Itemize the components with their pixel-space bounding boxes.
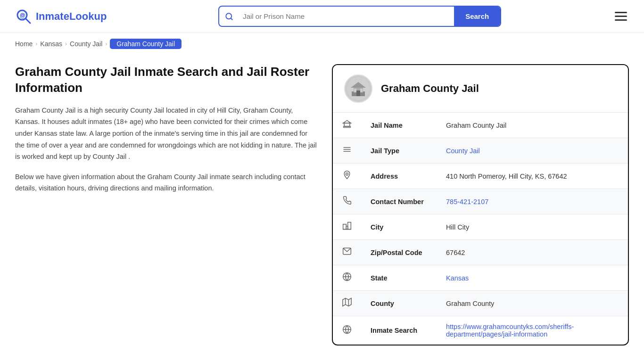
- row-value: Graham County: [437, 291, 628, 316]
- row-icon: [333, 240, 361, 265]
- row-label: County: [361, 291, 437, 316]
- row-value: 410 North Pomeroy, Hill City, KS, 67642: [437, 164, 628, 189]
- row-label: Jail Name: [361, 113, 437, 138]
- hamburger-line1: [615, 12, 627, 13]
- search-input[interactable]: [239, 8, 454, 25]
- logo-text: InmateLookup: [36, 10, 107, 23]
- table-value: 67642: [446, 249, 465, 256]
- row-icon: [333, 265, 361, 291]
- row-label: Jail Type: [361, 138, 437, 164]
- breadcrumb-chevron-1: ›: [35, 41, 37, 47]
- svg-marker-27: [343, 298, 351, 306]
- svg-line-1: [25, 18, 30, 23]
- row-icon: [333, 189, 361, 214]
- card-header: Graham County Jail: [333, 65, 628, 113]
- table-row: County Graham County: [333, 291, 628, 316]
- row-label: Address: [361, 164, 437, 189]
- table-value: 410 North Pomeroy, Hill City, KS, 67642: [446, 173, 567, 180]
- row-label: City: [361, 214, 437, 240]
- svg-rect-10: [356, 90, 360, 96]
- info-table: Jail Name Graham County Jail Jail Type C…: [333, 113, 628, 345]
- row-icon: [333, 138, 361, 164]
- table-row: Contact Number 785-421-2107: [333, 189, 628, 214]
- row-icon: [333, 164, 361, 189]
- row-value: County Jail: [437, 138, 628, 164]
- description-1: Graham County Jail is a high security Co…: [15, 105, 317, 163]
- table-value: Hill City: [446, 223, 469, 231]
- search-wrapper: Search: [218, 6, 501, 27]
- breadcrumb-current: Graham County Jail: [110, 39, 182, 49]
- table-row: City Hill City: [333, 214, 628, 240]
- table-value: Graham County Jail: [446, 122, 506, 129]
- row-value: https://www.grahamcountyks.com/sheriffs-…: [437, 316, 628, 345]
- card-title: Graham County Jail: [381, 82, 479, 95]
- svg-rect-20: [343, 224, 347, 230]
- row-icon: [333, 113, 361, 138]
- row-value: Kansas: [437, 265, 628, 291]
- jail-type-link[interactable]: County Jail: [446, 147, 480, 155]
- search-icon: [219, 12, 239, 21]
- page-title: Graham County Jail Inmate Search and Jai…: [15, 64, 317, 96]
- hamburger-line3: [615, 19, 627, 21]
- hamburger-menu[interactable]: [613, 10, 629, 23]
- breadcrumb-chevron-2: ›: [65, 41, 67, 47]
- table-row: Jail Name Graham County Jail: [333, 113, 628, 138]
- svg-line-5: [231, 18, 232, 19]
- table-row: State Kansas: [333, 265, 628, 291]
- breadcrumb: Home › Kansas › County Jail › Graham Cou…: [0, 33, 644, 55]
- svg-rect-22: [346, 226, 347, 230]
- breadcrumb-chevron-3: ›: [105, 41, 107, 47]
- info-card: Graham County Jail Jail Name Graham Coun…: [332, 64, 629, 346]
- right-column: Graham County Jail Jail Name Graham Coun…: [332, 64, 629, 346]
- description-2: Below we have given information about th…: [15, 171, 317, 194]
- table-row: Inmate Search https://www.grahamcountyks…: [333, 316, 628, 345]
- breadcrumb-state[interactable]: Kansas: [40, 40, 62, 48]
- svg-rect-11: [354, 89, 356, 92]
- row-label: Zip/Postal Code: [361, 240, 437, 265]
- search-area: Search: [218, 6, 501, 27]
- table-row: Address 410 North Pomeroy, Hill City, KS…: [333, 164, 628, 189]
- logo-icon: @: [15, 8, 32, 25]
- row-label: Inmate Search: [361, 316, 437, 345]
- breadcrumb-type[interactable]: County Jail: [70, 40, 102, 48]
- row-value: Hill City: [437, 214, 628, 240]
- row-label: State: [361, 265, 437, 291]
- svg-rect-14: [344, 123, 350, 126]
- row-value: Graham County Jail: [437, 113, 628, 138]
- inmate-search-link[interactable]: https://www.grahamcountyks.com/sheriffs-…: [446, 323, 574, 338]
- table-row: Zip/Postal Code 67642: [333, 240, 628, 265]
- svg-point-19: [346, 173, 348, 175]
- state-link[interactable]: Kansas: [446, 274, 469, 282]
- breadcrumb-home[interactable]: Home: [15, 40, 33, 48]
- row-icon: [333, 316, 361, 345]
- row-value: 67642: [437, 240, 628, 265]
- hamburger-line2: [615, 16, 627, 17]
- logo-link[interactable]: @ InmateLookup: [15, 8, 107, 25]
- svg-rect-21: [348, 222, 351, 230]
- row-icon: [333, 291, 361, 316]
- svg-marker-15: [343, 121, 351, 123]
- row-value: 785-421-2107: [437, 189, 628, 214]
- row-label: Contact Number: [361, 189, 437, 214]
- main-content: Graham County Jail Inmate Search and Jai…: [0, 55, 644, 362]
- row-icon: [333, 214, 361, 240]
- table-value: Graham County: [446, 300, 494, 307]
- svg-rect-12: [360, 89, 363, 92]
- left-column: Graham County Jail Inmate Search and Jai…: [15, 64, 317, 203]
- table-row: Jail Type County Jail: [333, 138, 628, 164]
- jail-avatar: [344, 74, 372, 103]
- site-header: @ InmateLookup Search: [0, 0, 644, 33]
- search-button[interactable]: Search: [454, 7, 500, 26]
- svg-text:@: @: [20, 12, 25, 19]
- contact-link[interactable]: 785-421-2107: [446, 198, 488, 206]
